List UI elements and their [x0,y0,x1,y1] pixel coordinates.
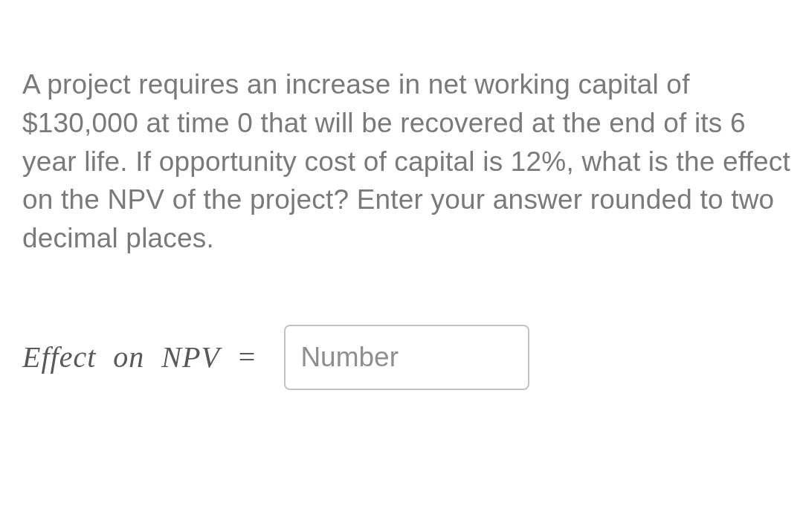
answer-row: Effect on NPV = [22,325,796,390]
question-text: A project requires an increase in net wo… [22,65,796,258]
equals-sign: = [222,340,257,374]
formula-label: Effect on NPV = [22,340,256,374]
formula-label-text: Effect on NPV [22,340,220,374]
answer-input[interactable] [284,325,529,390]
